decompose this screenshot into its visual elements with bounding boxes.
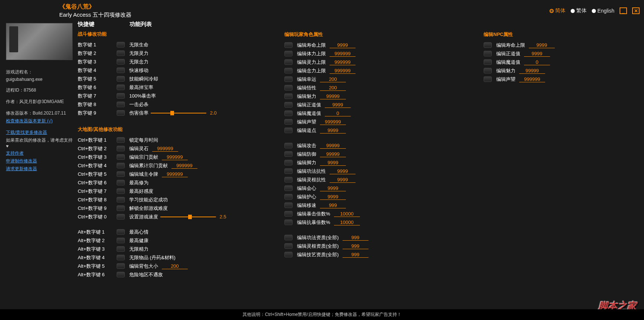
toggle-button[interactable] — [484, 59, 492, 65]
toggle-button[interactable] — [117, 171, 125, 177]
value-input[interactable]: 9999 — [320, 160, 346, 166]
value-input[interactable]: 9999 — [330, 168, 356, 174]
toggle-button[interactable] — [117, 146, 125, 151]
toggle-button[interactable] — [117, 180, 125, 185]
minimize-button[interactable]: _ — [620, 7, 627, 14]
toggle-button[interactable] — [117, 163, 125, 168]
value-input[interactable]: 9999 — [330, 42, 356, 48]
toggle-button[interactable] — [117, 85, 125, 90]
toggle-button[interactable] — [284, 59, 293, 65]
value-input[interactable]: 9999 — [320, 185, 346, 191]
toggle-button[interactable] — [284, 211, 293, 217]
download-more-link[interactable]: 下载/查找更多修改器 — [6, 129, 76, 136]
value-input[interactable]: 999999 — [330, 68, 356, 74]
value-input[interactable]: 9999 — [320, 194, 346, 200]
toggle-button[interactable] — [284, 151, 293, 157]
toggle-button[interactable] — [284, 51, 293, 56]
toggle-button[interactable] — [484, 68, 492, 73]
value-input[interactable]: 99999 — [320, 151, 346, 157]
lang-simplified[interactable]: 简体 — [550, 7, 565, 14]
value-input[interactable]: 99999 — [320, 143, 346, 149]
value-input[interactable]: 999 — [343, 235, 368, 241]
toggle-button[interactable] — [284, 143, 293, 148]
value-input[interactable]: 999999 — [330, 59, 356, 65]
toggle-button[interactable] — [284, 252, 293, 257]
toggle-button[interactable] — [284, 202, 293, 208]
slider[interactable]: 2.5 — [160, 214, 226, 220]
close-button[interactable]: ✕ — [632, 7, 640, 14]
apply-create-link[interactable]: 申请制作修改器 — [6, 158, 76, 164]
value-input[interactable]: 999999 — [320, 119, 346, 125]
toggle-button[interactable] — [117, 137, 125, 143]
value-input[interactable]: 9999 — [330, 177, 356, 183]
value-input[interactable]: 999999 — [152, 146, 178, 152]
value-input[interactable]: 999999 — [330, 51, 356, 57]
toggle-button[interactable] — [284, 168, 293, 174]
toggle-button[interactable] — [284, 194, 293, 199]
toggle-button[interactable] — [284, 102, 293, 108]
toggle-button[interactable] — [117, 42, 125, 47]
toggle-button[interactable] — [117, 272, 125, 277]
value-input[interactable]: 9999 — [529, 42, 555, 48]
toggle-button[interactable] — [117, 59, 125, 65]
request-update-link[interactable]: 请求更新修改器 — [6, 166, 76, 172]
value-input[interactable]: 0 — [524, 59, 550, 65]
value-input[interactable]: 999999 — [519, 76, 545, 82]
toggle-button[interactable] — [284, 160, 293, 165]
value-input[interactable]: 10000 — [334, 211, 360, 217]
toggle-button[interactable] — [117, 50, 125, 56]
value-input[interactable]: 200 — [162, 263, 188, 269]
toggle-button[interactable] — [284, 220, 293, 225]
toggle-button[interactable] — [284, 128, 293, 133]
toggle-button[interactable] — [117, 102, 125, 107]
value-input[interactable]: 9999 — [320, 128, 346, 133]
toggle-button[interactable] — [117, 197, 125, 202]
toggle-button[interactable] — [484, 42, 492, 48]
toggle-button[interactable] — [284, 76, 293, 82]
toggle-button[interactable] — [117, 205, 125, 211]
value-input[interactable]: 999 — [343, 243, 368, 249]
toggle-button[interactable] — [117, 76, 125, 82]
value-input[interactable]: 999999 — [171, 163, 197, 169]
value-input[interactable]: 99999 — [320, 93, 346, 99]
value-input[interactable]: 9999 — [325, 102, 351, 108]
value-input[interactable]: 9999 — [524, 51, 550, 57]
toggle-button[interactable] — [117, 214, 125, 220]
lang-english[interactable]: English — [592, 8, 614, 14]
toggle-button[interactable] — [284, 68, 293, 73]
value-input[interactable]: 10000 — [334, 220, 360, 225]
toggle-button[interactable] — [284, 110, 293, 116]
toggle-button[interactable] — [284, 85, 293, 90]
toggle-button[interactable] — [484, 51, 492, 56]
toggle-button[interactable] — [484, 76, 492, 82]
toggle-button[interactable] — [284, 42, 293, 48]
toggle-button[interactable] — [284, 119, 293, 125]
support-author-link[interactable]: 支持作者 — [6, 150, 76, 156]
toggle-button[interactable] — [284, 243, 293, 249]
toggle-button[interactable] — [284, 93, 293, 99]
value-input[interactable]: 200 — [320, 76, 346, 82]
toggle-button[interactable] — [284, 185, 293, 191]
toggle-button[interactable] — [117, 67, 125, 73]
toggle-button[interactable] — [117, 154, 125, 160]
lang-traditional[interactable]: 繁体 — [571, 7, 587, 14]
toggle-button[interactable] — [117, 255, 125, 260]
value-input[interactable]: 200 — [320, 85, 346, 91]
toggle-button[interactable] — [117, 238, 125, 243]
toggle-button[interactable] — [117, 229, 125, 235]
value-input[interactable]: 999999 — [162, 154, 188, 160]
toggle-button[interactable] — [284, 235, 293, 240]
value-input[interactable]: 999999 — [162, 171, 188, 177]
toggle-button[interactable] — [117, 263, 125, 269]
check-update-link[interactable]: 检查修改器版本更新 (√) — [6, 118, 76, 124]
value-input[interactable]: 0 — [325, 110, 351, 116]
toggle-button[interactable] — [117, 246, 125, 252]
value-input[interactable]: 999 — [320, 202, 346, 208]
toggle-button[interactable] — [117, 110, 125, 116]
value-input[interactable]: 999 — [343, 252, 368, 258]
value-input[interactable]: 99999 — [519, 68, 545, 74]
toggle-button[interactable] — [117, 93, 125, 99]
toggle-button[interactable] — [117, 188, 125, 194]
slider[interactable]: 2.0 — [151, 110, 217, 116]
toggle-button[interactable] — [284, 177, 293, 182]
